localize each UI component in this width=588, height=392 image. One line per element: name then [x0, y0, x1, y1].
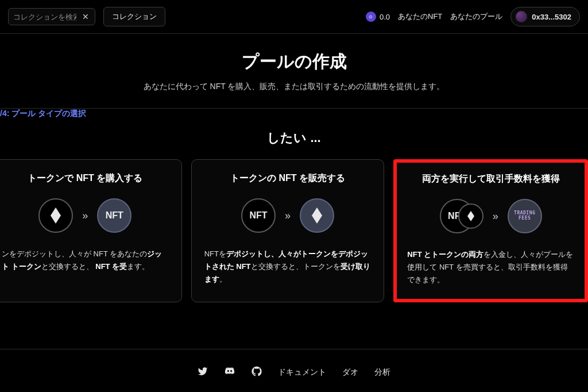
eth-icon: [300, 198, 334, 233]
main-content: プールの作成 あなたに代わって NFT を購入、販売、または取引するための流動性…: [0, 34, 588, 302]
github-icon[interactable]: [252, 366, 262, 378]
want-heading: したい ...: [0, 129, 588, 147]
wallet-address: 0x33...5302: [532, 13, 571, 21]
footer-docs[interactable]: ドキュメント: [278, 367, 326, 378]
card-description: NFT とトークンの両方を入金し、人々がプールを使用して NFT を売買すると、…: [407, 248, 574, 286]
eth-icon: [38, 198, 73, 233]
card-title: 両方を実行して取引手数料を獲得: [407, 173, 574, 185]
nft-icon: NFT: [241, 198, 276, 233]
card-icon-row: NFT » TRADINGFEES: [407, 199, 574, 233]
balance-value: 0.0: [380, 13, 390, 21]
card-icon-row: » NFT: [2, 198, 169, 233]
twitter-icon[interactable]: [198, 366, 208, 378]
chevron-right-icon: »: [285, 210, 291, 222]
page-title: プールの作成: [0, 50, 588, 74]
card-title: トークンの NFT を販売する: [204, 172, 372, 185]
card-icon-row: NFT »: [204, 198, 372, 233]
chevron-right-icon: »: [82, 210, 88, 222]
top-bar: ✕ コレクション ⊙ 0.0 あなたのNFT あなたのプール 0x33...53…: [0, 0, 588, 33]
step-label: /4: プール タイプの選択: [0, 109, 588, 119]
footer-divider: [0, 349, 588, 349]
search-box[interactable]: ✕: [8, 8, 95, 25]
discord-icon[interactable]: [224, 366, 235, 378]
nav-your-nft[interactable]: あなたのNFT: [398, 11, 442, 22]
footer-analytics[interactable]: 分析: [374, 367, 390, 378]
balance-display: ⊙ 0.0: [366, 11, 390, 22]
card-buy-nft[interactable]: トークンで NFT を購入する » NFT ンをデポジットし、人々が NFT を…: [0, 159, 182, 302]
nft-icon: NFT: [97, 198, 131, 233]
nav-your-pool[interactable]: あなたのプール: [450, 11, 502, 22]
footer: ドキュメント ダオ 分析: [0, 366, 588, 378]
card-description: NFTをデポジットし、人々がトークンをデポジットされた NFTと交換すると、トー…: [204, 248, 372, 286]
chevron-right-icon: »: [493, 210, 498, 222]
page-subtitle: あなたに代わって NFT を購入、販売、または取引するための流動性を提供します。: [0, 82, 588, 92]
search-input[interactable]: [13, 13, 76, 21]
card-trading-fees[interactable]: 両方を実行して取引手数料を獲得 NFT » TRADINGFEES NFT とト…: [393, 159, 588, 302]
eth-icon: [458, 203, 483, 229]
trading-fees-icon: TRADINGFEES: [508, 199, 542, 233]
card-sell-nft[interactable]: トークンの NFT を販売する NFT » NFTをデポジットし、人々がトークン…: [191, 159, 385, 302]
balance-token-icon: ⊙: [366, 11, 376, 22]
collection-button[interactable]: コレクション: [103, 7, 165, 26]
close-icon[interactable]: ✕: [81, 12, 90, 21]
card-description: ンをデポジットし、人々が NFT をあなたのジット トークンと交換すると、 NF…: [2, 248, 169, 273]
wallet-button[interactable]: 0x33...5302: [510, 7, 580, 26]
card-title: トークンで NFT を購入する: [2, 172, 169, 185]
footer-dao[interactable]: ダオ: [342, 367, 358, 378]
pool-type-cards: トークンで NFT を購入する » NFT ンをデポジットし、人々が NFT を…: [0, 159, 588, 302]
wallet-avatar-icon: [516, 11, 527, 22]
